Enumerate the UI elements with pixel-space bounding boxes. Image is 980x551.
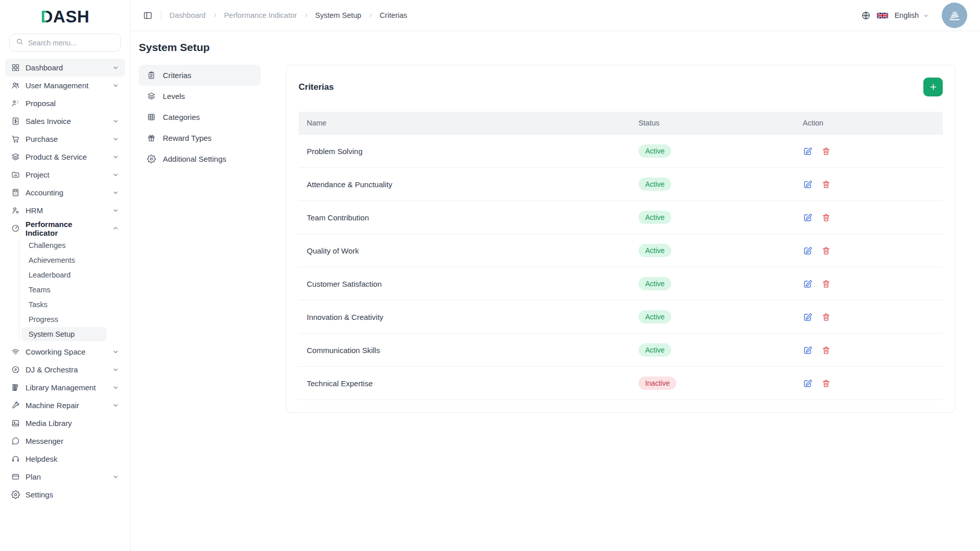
- sidebar-item-label: Product & Service: [26, 153, 87, 161]
- gear-icon: [147, 155, 156, 163]
- sidebar-item-label: Purchase: [26, 135, 58, 143]
- sidebar-item-proposal[interactable]: Proposal: [5, 94, 125, 112]
- setup-tab-reward-types[interactable]: Reward Types: [139, 128, 261, 148]
- sidebar-item-machine-repair[interactable]: Machine Repair: [5, 396, 125, 414]
- sidebar-item-label: Media Library: [26, 419, 72, 428]
- sidebar-item-media-library[interactable]: Media Library: [5, 414, 125, 432]
- sidebar-item-label: Accounting: [26, 188, 63, 197]
- delete-icon[interactable]: [821, 279, 831, 289]
- chevron-down-icon: [112, 82, 119, 89]
- sidebar-item-label: Coworking Space: [26, 347, 86, 356]
- image-icon: [11, 419, 20, 428]
- sidebar-subitem-teams[interactable]: Teams: [21, 283, 107, 297]
- sidebar-item-label: Proposal: [26, 99, 56, 108]
- sidebar-item-performance-indicator[interactable]: Performance Indicator: [5, 219, 125, 237]
- breadcrumb-criterias[interactable]: Criterias: [380, 11, 407, 19]
- criteria-name: Attendance & Punctuality: [299, 168, 630, 201]
- sidebar-item-library-management[interactable]: Library Management: [5, 379, 125, 396]
- edit-icon[interactable]: [803, 246, 813, 256]
- setup-tab-label: Levels: [163, 92, 185, 101]
- chevron-right-icon: [368, 12, 374, 18]
- edit-icon[interactable]: [803, 180, 813, 189]
- table-icon: [147, 113, 156, 121]
- app-root: DASH DashboardUser ManagementProposalSal…: [0, 0, 980, 551]
- sidebar-item-purchase[interactable]: Purchase: [5, 130, 125, 148]
- sidebar-item-user-management[interactable]: User Management: [5, 77, 125, 94]
- edit-icon[interactable]: [803, 379, 813, 388]
- delete-icon[interactable]: [821, 146, 831, 156]
- grid-icon: [11, 63, 20, 72]
- sidebar-subitem-achievements[interactable]: Achievements: [21, 253, 107, 267]
- chevron-down-icon: [112, 348, 119, 355]
- add-criteria-button[interactable]: [923, 78, 943, 96]
- table-row: Problem SolvingActive: [299, 135, 943, 168]
- edit-icon[interactable]: [803, 213, 813, 222]
- folder-icon: [11, 170, 20, 179]
- delete-icon[interactable]: [821, 379, 831, 388]
- chevron-down-icon: [112, 171, 119, 178]
- sidebar-item-helpdesk[interactable]: Helpdesk: [5, 450, 125, 468]
- sidebar-item-dj-orchestra[interactable]: DJ & Orchestra: [5, 361, 125, 379]
- criteria-name: Problem Solving: [299, 135, 630, 168]
- edit-icon[interactable]: [803, 345, 813, 355]
- edit-icon[interactable]: [803, 279, 813, 289]
- sidebar-subitem-progress[interactable]: Progress: [21, 312, 107, 327]
- breadcrumb-performance-indicator[interactable]: Performance Indicator: [224, 11, 297, 19]
- invoice-icon: [11, 117, 20, 126]
- table-header-row: Name Status Action: [299, 112, 943, 135]
- sidebar-item-product-service[interactable]: Product & Service: [5, 148, 125, 166]
- sidebar-item-coworking-space[interactable]: Coworking Space: [5, 343, 125, 361]
- sidebar-item-settings[interactable]: Settings: [5, 486, 125, 504]
- sidebar-subitem-system-setup[interactable]: System Setup: [21, 327, 107, 341]
- delete-icon[interactable]: [821, 213, 831, 222]
- setup-tab-levels[interactable]: Levels: [139, 86, 261, 107]
- chevron-down-icon: [112, 207, 119, 214]
- edit-icon[interactable]: [803, 146, 813, 156]
- sidebar-item-label: Dashboard: [26, 63, 63, 72]
- chevron-down-icon: [112, 189, 119, 196]
- sidebar-item-sales-invoice[interactable]: Sales Invoice: [5, 112, 125, 130]
- search-icon: [16, 38, 23, 47]
- sidebar-item-plan[interactable]: Plan: [5, 468, 125, 486]
- setup-tab-criterias[interactable]: Criterias: [139, 65, 261, 86]
- language-selector[interactable]: English: [894, 11, 919, 19]
- breadcrumb-dashboard[interactable]: Dashboard: [169, 11, 206, 19]
- app-logo[interactable]: DASH: [4, 7, 126, 27]
- sidebar-item-dashboard[interactable]: Dashboard: [5, 59, 125, 77]
- gift-icon: [147, 134, 156, 142]
- sidebar-item-messenger[interactable]: Messenger: [5, 432, 125, 450]
- delete-icon[interactable]: [821, 180, 831, 189]
- card-header: Criterias: [299, 78, 943, 96]
- delete-icon[interactable]: [821, 312, 831, 322]
- search-input[interactable]: [28, 39, 114, 47]
- topbar-divider: [161, 10, 161, 21]
- table-row: Communication SkillsActive: [299, 334, 943, 367]
- table-row: Customer SatisfactionActive: [299, 267, 943, 300]
- sidebar-subitem-challenges[interactable]: Challenges: [21, 238, 107, 253]
- delete-icon[interactable]: [821, 246, 831, 256]
- sidebar-item-label: Plan: [26, 472, 41, 481]
- criterias-table: Name Status Action Problem SolvingActive…: [299, 112, 943, 400]
- edit-icon[interactable]: [803, 312, 813, 322]
- sidebar-item-hrm[interactable]: HRM: [5, 202, 125, 219]
- sidebar-subitem-tasks[interactable]: Tasks: [21, 297, 107, 312]
- setup-tab-categories[interactable]: Categories: [139, 107, 261, 128]
- chevron-down-icon[interactable]: [923, 12, 929, 19]
- chevron-down-icon: [112, 118, 119, 124]
- setup-tab-label: Criterias: [163, 71, 191, 80]
- gauge-icon: [11, 224, 20, 233]
- avatar[interactable]: [942, 3, 967, 28]
- chevron-up-icon: [112, 225, 119, 232]
- sidebar-item-project[interactable]: Project: [5, 166, 125, 184]
- chevron-down-icon: [112, 402, 119, 409]
- sidebar-subitem-leaderboard[interactable]: Leaderboard: [21, 268, 107, 282]
- sidebar-toggle-icon[interactable]: [143, 11, 153, 20]
- breadcrumb-system-setup[interactable]: System Setup: [315, 11, 361, 19]
- delete-icon[interactable]: [821, 345, 831, 355]
- globe-icon[interactable]: [861, 11, 871, 20]
- table-row: Quality of WorkActive: [299, 234, 943, 267]
- sidebar-item-label: User Management: [26, 81, 88, 90]
- status-badge: Active: [639, 310, 671, 323]
- sidebar-item-accounting[interactable]: Accounting: [5, 184, 125, 202]
- setup-tab-additional-settings[interactable]: Additional Settings: [139, 148, 261, 169]
